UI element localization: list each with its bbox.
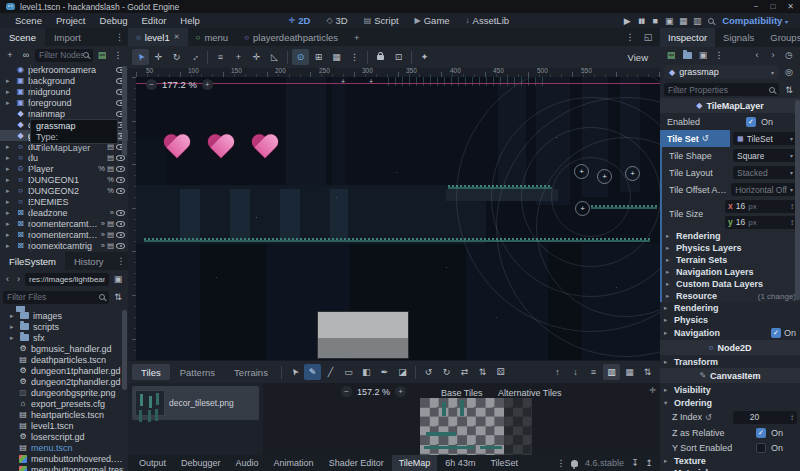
script-badge-icon[interactable]: ▤: [107, 164, 114, 173]
tile-atlas-texture[interactable]: [420, 398, 532, 455]
notification-bell-icon[interactable]: [571, 460, 578, 467]
section-rendering[interactable]: ▸Rendering: [660, 302, 800, 314]
flip-horizontal-button[interactable]: ⇄: [456, 364, 473, 380]
node-position-gizmo[interactable]: +: [575, 201, 590, 216]
section-texture[interactable]: ▸Texture: [660, 455, 800, 467]
tab-groups[interactable]: Groups: [762, 28, 800, 47]
collapse-arrow-icon[interactable]: ▸: [10, 312, 17, 320]
filter-properties-input[interactable]: [664, 83, 779, 96]
flip-vertical-button[interactable]: ⇅: [474, 364, 491, 380]
list-item[interactable]: ▨dungeonbgsprite.png: [0, 387, 128, 398]
tree-row[interactable]: ▸▣background: [0, 75, 128, 86]
rotate-left-button[interactable]: ↺: [420, 364, 437, 380]
group-button[interactable]: ⊡: [390, 49, 407, 65]
visibility-icon[interactable]: [116, 177, 125, 183]
collapse-arrow-icon[interactable]: ▸: [6, 154, 13, 162]
section-visibility[interactable]: ▸Visibility: [660, 383, 800, 396]
minimize-button[interactable]: −: [754, 2, 759, 11]
tile-eraser-tool[interactable]: ◪: [394, 364, 411, 380]
tile-select-tool[interactable]: ➤: [286, 364, 303, 380]
visibility-icon[interactable]: [116, 210, 125, 216]
section-terrain-sets[interactable]: ▸Terrain Sets: [662, 254, 800, 266]
tile-picker-tool[interactable]: ✒: [376, 364, 393, 380]
dock-options-icon[interactable]: ⋮: [113, 252, 130, 270]
tab-terrains[interactable]: Terrains: [225, 364, 277, 380]
collapse-arrow-icon[interactable]: ▸: [10, 323, 17, 331]
tab-inspector[interactable]: Inspector: [660, 28, 715, 47]
collapse-arrow-icon[interactable]: ▸: [6, 99, 13, 107]
maximize-button[interactable]: □: [770, 2, 775, 11]
tree-row[interactable]: ◆mainmap: [0, 108, 128, 119]
collapse-arrow-icon[interactable]: ▸: [6, 198, 13, 206]
snap-grid-icon[interactable]: ▦: [328, 49, 345, 65]
pin-panel-icon[interactable]: ↧: [628, 456, 642, 470]
panel-animation[interactable]: Animation: [267, 455, 321, 471]
workspace-2d[interactable]: ✛2D: [281, 15, 319, 26]
save-resource-button[interactable]: ▣: [696, 48, 710, 62]
skeleton-options-icon[interactable]: ✦: [416, 49, 433, 65]
tile-bucket-tool[interactable]: ◧: [358, 364, 375, 380]
select-tool[interactable]: ➤: [132, 49, 149, 65]
zoom-out-button[interactable]: −: [341, 386, 352, 397]
section-physics-layers[interactable]: ▸Physics Layers: [662, 242, 800, 254]
tree-row[interactable]: ◉perkroomcamera: [0, 64, 128, 75]
list-item[interactable]: ▤level1.tscn: [0, 420, 128, 431]
tile-paint-tool[interactable]: ✎: [304, 364, 321, 380]
tree-row[interactable]: ▸○ENEMIES: [0, 196, 128, 207]
nav-forward-button[interactable]: ›: [14, 272, 23, 286]
tile-size-x-spinbox[interactable]: x16px↕: [725, 200, 797, 213]
visibility-icon[interactable]: [116, 166, 125, 172]
script-badge-icon[interactable]: ▤: [107, 153, 114, 162]
history-back-button[interactable]: ‹: [750, 48, 764, 62]
node-pin-icon[interactable]: ◎: [782, 65, 796, 79]
panel-tileset[interactable]: TileSet: [483, 455, 525, 471]
rotate-tool[interactable]: ↻: [168, 49, 185, 65]
section-resource[interactable]: ▸Resource(1 change): [662, 290, 800, 302]
move-tool[interactable]: ✛: [150, 49, 167, 65]
tileset-resource-dropdown[interactable]: ▦TileSet▾: [733, 132, 797, 145]
signal-badge-icon[interactable]: »: [101, 241, 105, 250]
list-item[interactable]: ▤menu.tscn: [0, 442, 128, 453]
property-tile-set[interactable]: Tile Set ↺ ▦TileSet▾: [660, 130, 800, 147]
game-embed-button[interactable]: [704, 14, 718, 28]
inspector-scrollbar[interactable]: [795, 100, 800, 300]
snap-toggle[interactable]: ⊙: [292, 49, 309, 65]
renderer-selector[interactable]: Compatibility ▾: [718, 15, 792, 26]
scene-tree-options-icon[interactable]: ⋮: [111, 48, 125, 62]
tree-row[interactable]: ▸▣foreground: [0, 97, 128, 108]
signal-badge-icon[interactable]: »: [110, 208, 114, 217]
tile-shape-dropdown[interactable]: Square▾: [733, 149, 797, 162]
tile-sort-icon[interactable]: ⇅: [639, 364, 656, 380]
script-badge-icon[interactable]: ▤: [107, 230, 114, 239]
checkbox-unchecked-icon[interactable]: [756, 443, 766, 453]
snap-options-icon[interactable]: ⋮: [346, 49, 363, 65]
play-button[interactable]: ▶: [620, 14, 634, 28]
checkbox-checked-icon[interactable]: ✓: [756, 428, 766, 438]
resource-options-icon[interactable]: ⋮: [712, 48, 726, 62]
collapse-arrow-icon[interactable]: ▸: [10, 334, 17, 342]
zoom-out-button[interactable]: −: [146, 79, 157, 90]
zoom-in-button[interactable]: +: [395, 386, 406, 397]
list-item[interactable]: ⚙dungeon2tphandler.gd: [0, 376, 128, 387]
section-material[interactable]: ▸Material: [660, 467, 800, 471]
z-index-spinbox[interactable]: 20↕: [733, 411, 797, 424]
section-custom-data-layers[interactable]: ▸Custom Data Layers: [662, 278, 800, 290]
menu-project[interactable]: Project: [49, 15, 93, 26]
tree-row[interactable]: ▸⊠roomentercamtrig»▤: [0, 218, 128, 229]
unique-name-badge-icon[interactable]: %: [107, 186, 114, 195]
play-scene-button[interactable]: ▣: [662, 14, 676, 28]
panel-shader-editor[interactable]: Shader Editor: [322, 455, 391, 471]
checkbox-checked-icon[interactable]: ✓: [771, 328, 781, 338]
list-item[interactable]: ⚙dungeon1tphandler.gd: [0, 365, 128, 376]
collapse-arrow-icon[interactable]: ▸: [6, 77, 13, 85]
tab-filesystem[interactable]: FileSystem: [0, 252, 65, 270]
menu-scene[interactable]: Scene: [8, 15, 49, 26]
scene-tab-level1[interactable]: ○level1✕: [128, 28, 188, 46]
tab-scene[interactable]: Scene: [0, 28, 45, 46]
vertical-ruler[interactable]: [128, 77, 136, 360]
zoom-in-button[interactable]: +: [202, 79, 213, 90]
revert-icon[interactable]: ↺: [705, 413, 712, 422]
canvas-zoom-level[interactable]: 177.2 %: [162, 79, 197, 90]
signal-badge-icon[interactable]: »: [101, 230, 105, 239]
collapse-arrow-icon[interactable]: ▸: [6, 209, 13, 217]
